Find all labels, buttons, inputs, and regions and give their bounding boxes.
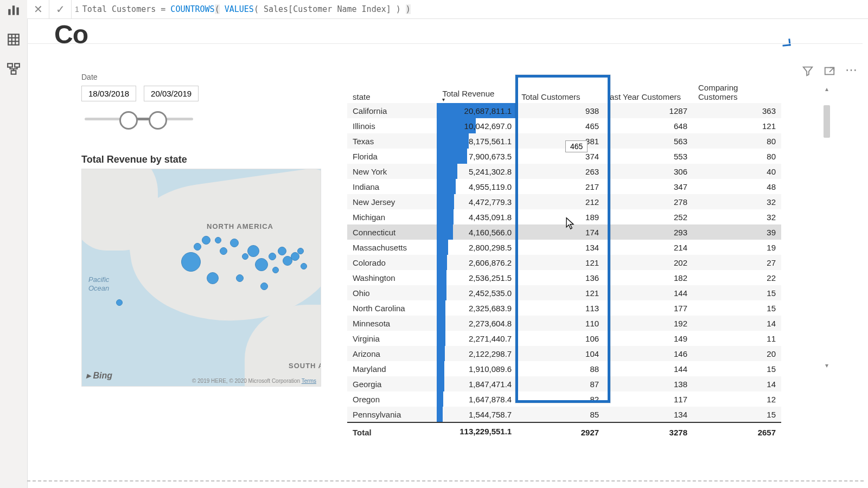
cell-state: Virginia [347,331,437,346]
cell-lastyear: 1287 [604,103,693,118]
scroll-up-icon[interactable]: ▴ [824,86,830,92]
table-row[interactable]: Illinois10,042,697.0465648121 [347,118,781,133]
table-row[interactable]: New Jersey4,472,779.321227832 [347,194,781,209]
date-end-input[interactable]: 20/03/2019 [144,86,199,101]
focus-mode-icon[interactable] [824,65,835,79]
scroll-thumb[interactable] [824,105,830,138]
cell-comparing: 27 [693,255,781,270]
cell-customers: 134 [516,240,604,255]
map-bubble[interactable] [194,243,201,251]
map-terms-link[interactable]: Terms [302,378,316,384]
cell-customers: 88 [516,361,604,376]
map-bubble[interactable] [181,252,201,272]
table-row[interactable]: Pennsylvania1,544,758.78513415 [347,407,781,422]
model-view-icon[interactable] [7,62,21,76]
map-bubble[interactable] [202,236,210,245]
table-row[interactable]: Michigan4,435,091.818925232 [347,209,781,224]
table-row[interactable]: Virginia2,271,440.710614911 [347,331,781,346]
cell-lastyear: 146 [604,346,693,361]
table-row[interactable]: North Carolina2,325,683.911317715 [347,300,781,316]
cell-revenue: 2,271,440.7 [437,331,516,346]
formula-commit-button[interactable]: ✓ [49,0,72,18]
table-row[interactable]: Washington2,536,251.513618222 [347,270,781,285]
cell-revenue: 1,847,471.4 [437,376,516,391]
table-row[interactable]: Massachusetts2,800,298.513421419 [347,240,781,255]
map-bubble[interactable] [207,272,219,284]
table-row[interactable]: Georgia1,847,471.48713814 [347,376,781,391]
map-bubble[interactable] [220,247,227,255]
map-bubble[interactable] [260,282,268,290]
table-row[interactable]: Florida7,900,673.537455380 [347,149,781,164]
date-slicer[interactable]: Date 18/03/2018 20/03/2019 [81,73,199,130]
table-row[interactable]: Maryland1,910,089.68814415 [347,361,781,376]
table-row[interactable]: Oregon1,647,878.48211712 [347,391,781,407]
slider-handle-end[interactable] [149,111,167,130]
map-visual[interactable]: Total Revenue by state NORTH AMERICA Pac… [81,154,320,387]
scroll-down-icon[interactable]: ▾ [824,362,830,369]
cell-lastyear: 149 [604,331,693,346]
cell-state: New York [347,164,437,179]
col-lastyear[interactable]: ast Year Customers [604,81,693,103]
formula-text[interactable]: Total Customers = COUNTROWS( VALUES( Sal… [82,4,411,14]
date-start-input[interactable]: 18/03/2018 [81,86,136,101]
cell-comparing: 32 [693,194,781,209]
table-row[interactable]: Arizona2,122,298.710414620 [347,346,781,361]
map-bubble[interactable] [215,237,221,243]
map-bubble[interactable] [255,258,268,271]
table-visual[interactable]: state Total Revenue Total Customers ast … [347,81,830,390]
cell-revenue: 4,955,119.0 [437,179,516,194]
map-bubble[interactable] [230,239,239,247]
cell-comparing: 15 [693,361,781,376]
svg-rect-2 [16,8,18,15]
map-canvas[interactable]: NORTH AMERICA Pacific Ocean SOUTH A ▸ Bi… [81,169,321,387]
cell-lastyear: 138 [604,376,693,391]
table-row[interactable]: New York5,241,302.826330640 [347,164,781,179]
col-revenue[interactable]: Total Revenue [437,81,516,103]
table-row[interactable]: Minnesota2,273,604.811019214 [347,316,781,331]
cell-state: Connecticut [347,224,437,240]
mouse-cursor-icon [565,217,575,232]
cell-revenue: 5,241,302.8 [437,164,516,179]
more-options-icon[interactable]: ⋯ [845,65,858,79]
map-bubble[interactable] [236,274,244,282]
table-scrollbar[interactable]: ▴ ▾ [824,86,830,369]
cell-comparing: 11 [693,331,781,346]
cell-customers: 121 [516,285,604,300]
table-row[interactable]: Indiana4,955,119.021734748 [347,179,781,194]
map-bubble[interactable] [278,247,286,255]
cell-customers: 174 [516,224,604,240]
map-bubble[interactable] [272,267,279,273]
filter-icon[interactable] [802,65,814,79]
map-bubble[interactable] [297,248,304,254]
col-comparing[interactable]: Comparing Customers [693,81,781,103]
map-bubble[interactable] [269,253,276,260]
cell-revenue: 20,687,811.1 [437,103,516,118]
formula-cancel-button[interactable]: ✕ [27,0,49,18]
table-row[interactable]: Ohio2,452,535.012114415 [347,285,781,300]
col-state[interactable]: state [347,81,437,103]
data-view-icon[interactable] [7,33,21,47]
map-bubble[interactable] [242,253,248,260]
data-table: state Total Revenue Total Customers ast … [347,81,781,440]
cell-revenue: 7,900,673.5 [437,149,516,164]
cell-comparing: 15 [693,407,781,422]
map-bubble[interactable] [247,245,259,257]
col-customers[interactable]: Total Customers [516,81,604,103]
cell-revenue: 8,175,561.1 [437,133,516,149]
report-view-icon[interactable] [7,3,21,17]
slider-handle-start[interactable] [119,111,138,130]
map-bubble[interactable] [301,263,307,269]
cell-comparing: 40 [693,164,781,179]
map-bubble[interactable] [116,299,123,306]
table-row[interactable]: Connecticut4,160,566.017429339 [347,224,781,240]
map-credit: © 2019 HERE, © 2020 Microsoft Corporatio… [192,378,316,384]
cell-comparing: 14 [693,316,781,331]
bing-logo: ▸ Bing [86,370,112,381]
table-row[interactable]: Texas8,175,561.138156380 [347,133,781,149]
cell-revenue: 4,160,566.0 [437,224,516,240]
table-row[interactable]: California20,687,811.19381287363 [347,103,781,118]
table-row[interactable]: Colorado2,606,876.212120227 [347,255,781,270]
date-slider[interactable] [85,108,193,130]
cell-lastyear: 347 [604,179,693,194]
page-separator [27,480,864,481]
